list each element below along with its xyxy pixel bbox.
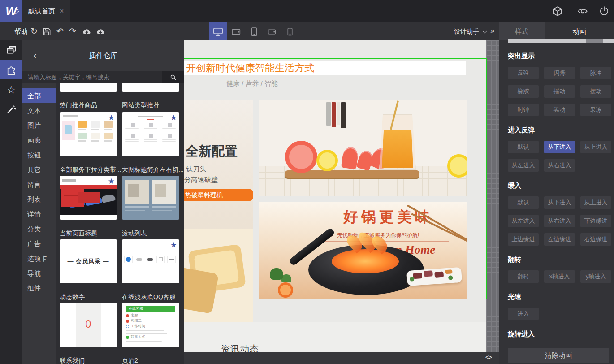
rail-favorites-icon[interactable]: ☆ — [0, 80, 22, 100]
animation-option-button[interactable]: 右边缘进 — [580, 233, 611, 246]
preview-eye-icon[interactable] — [577, 6, 588, 17]
animation-option-button[interactable]: 果冻 — [580, 104, 611, 116]
category-item[interactable]: 选项卡 — [22, 251, 56, 266]
redo-icon[interactable]: ↷ — [67, 22, 78, 40]
panel-horizontal-scrollbar[interactable] — [508, 39, 614, 43]
star-badge-icon[interactable]: ★ — [170, 240, 177, 250]
tab-title: 默认首页 — [28, 7, 55, 16]
juice-photo[interactable] — [259, 100, 467, 196]
category-item[interactable]: 广告 — [22, 236, 56, 251]
animation-option-button[interactable]: 脉冲 — [580, 67, 611, 79]
animation-option-button[interactable]: 进入 — [508, 308, 539, 320]
plugin-card-partial[interactable] — [60, 83, 117, 92]
device-phone-portrait-icon[interactable] — [281, 22, 298, 40]
category-item[interactable]: 详情 — [22, 207, 56, 221]
animation-option-button[interactable]: 反弹 — [508, 67, 539, 79]
category-item[interactable]: 其它 — [22, 162, 56, 177]
plugin-item-label: 联系我们 — [60, 357, 120, 364]
rail-magic-wand-icon[interactable] — [0, 99, 22, 119]
components-cube-icon[interactable] — [552, 6, 563, 17]
animation-button-group: 进入 — [508, 308, 613, 320]
animation-option-button[interactable]: 从右进入 — [544, 159, 575, 172]
plugin-card-partial[interactable] — [122, 83, 179, 92]
animation-option-button[interactable]: 从下进入 — [544, 141, 575, 153]
animation-option-button[interactable]: y轴进入 — [580, 270, 611, 283]
animation-option-button[interactable]: 闪烁 — [544, 67, 575, 79]
category-item[interactable]: 分类 — [22, 221, 56, 236]
device-tablet-portrait-icon[interactable] — [245, 22, 263, 40]
animation-option-button[interactable]: 摆动 — [580, 85, 611, 98]
animation-option-button[interactable]: 摇动 — [544, 85, 575, 98]
animation-option-button[interactable]: 从右进入 — [544, 215, 575, 227]
tab-animation[interactable]: 动画 — [545, 22, 614, 40]
animation-option-button[interactable]: 从左进入 — [508, 215, 539, 227]
category-item[interactable]: 文本 — [22, 103, 56, 118]
category-item[interactable]: 列表 — [22, 192, 56, 207]
power-exit-icon[interactable] — [599, 6, 610, 17]
cloud-upload-icon[interactable] — [82, 27, 91, 36]
clear-animation-button[interactable]: 清除动画 — [508, 348, 609, 363]
animation-option-button[interactable]: 从左进入 — [508, 159, 539, 172]
animation-option-button[interactable]: 橡胶 — [508, 85, 539, 98]
design-assistant-dropdown[interactable]: 设计助手 — [454, 22, 485, 40]
save-icon[interactable] — [42, 27, 52, 36]
category-item[interactable]: 全部 — [22, 88, 56, 103]
rail-plugins-icon[interactable] — [0, 60, 22, 79]
star-badge-icon[interactable]: ★ — [170, 113, 177, 122]
animation-option-button[interactable]: 下边缘进 — [580, 215, 611, 227]
animation-option-button[interactable]: 翻转 — [508, 270, 539, 283]
animation-option-button[interactable]: 从下进入 — [544, 196, 575, 209]
search-button[interactable] — [162, 71, 184, 83]
animation-option-button[interactable]: x轴进入 — [544, 270, 575, 283]
code-view-icon[interactable]: <> — [485, 354, 492, 361]
animation-option-button[interactable]: 晃动 — [544, 104, 575, 116]
animation-option-button[interactable]: 从上进入 — [580, 196, 611, 209]
tab-close-icon[interactable]: × — [60, 7, 64, 15]
device-tablet-landscape-icon[interactable] — [227, 22, 245, 40]
help-menu[interactable]: 帮助 — [14, 22, 28, 40]
animation-option-button[interactable]: 默认 — [508, 196, 539, 209]
counter-value: 0 — [60, 318, 117, 330]
animation-panel: 突出显示 反弹 闪烁 脉冲 橡胶 摇动 摆动 时钟 晃动 — [499, 40, 614, 364]
category-item[interactable]: 图片 — [22, 118, 56, 133]
plugin-card-qq-service[interactable]: 在线客服 客服一 客服二 工作时间 联系方式 — [122, 303, 179, 347]
star-badge-icon[interactable]: ★ — [108, 177, 115, 186]
blender-ad-image[interactable]: 全新配置 钛刀头 分高速破壁 热破壁料理机 — [184, 100, 253, 322]
cloud-download-icon[interactable] — [96, 27, 105, 36]
device-desktop-icon[interactable] — [209, 22, 227, 40]
tagline-text[interactable]: 健康 / 营养 / 智能 — [226, 79, 278, 88]
category-item[interactable]: 留言 — [22, 177, 56, 192]
section-title: 突出显示 — [508, 52, 609, 61]
category-item[interactable]: 组件 — [22, 281, 56, 295]
plugin-card-hot-products[interactable]: ★ — [60, 112, 117, 156]
scrollbar-thumb[interactable] — [586, 39, 603, 43]
wok-banner-image[interactable]: 好锅更美味 无忧购物，至诚服务为你保驾护航! Warm Home — [259, 202, 467, 299]
refresh-icon[interactable]: ↻ — [29, 22, 39, 40]
category-item[interactable]: 导航 — [22, 266, 56, 281]
tab-default-home[interactable]: 默认首页 × — [22, 0, 70, 22]
plugin-card-page-title[interactable]: — 会员风采 — — [60, 239, 117, 283]
animation-option-button[interactable]: 时钟 — [508, 104, 539, 116]
plugin-card-scrolling-list[interactable]: ★ — [122, 239, 179, 283]
category-item[interactable]: 画廊 — [22, 133, 56, 147]
tab-style[interactable]: 样式 — [499, 22, 545, 40]
plugin-card-image-slider[interactable] — [122, 176, 179, 220]
plugin-card-dropdown-menu[interactable]: ★ — [60, 176, 117, 220]
star-badge-icon[interactable]: ★ — [108, 113, 115, 122]
plugin-card-dynamic-number[interactable]: 0 — [60, 303, 117, 347]
animation-option-button[interactable]: 从上进入 — [580, 141, 611, 153]
category-item[interactable]: 按钮 — [22, 147, 56, 162]
collapse-panel-icon[interactable]: » — [490, 22, 494, 40]
animation-option-button[interactable]: 默认 — [508, 141, 539, 153]
plugin-search-input[interactable] — [22, 71, 162, 83]
plugin-card-site-types[interactable]: ★ — [122, 112, 179, 156]
design-canvas[interactable]: 资讯动态 全新配置 钛刀头 分高速破壁 热破壁料理机 — [184, 40, 499, 364]
rail-pages-icon[interactable] — [0, 40, 22, 60]
animation-option-button[interactable]: 左边缘进 — [544, 233, 575, 246]
device-phone-landscape-icon[interactable] — [263, 22, 281, 40]
animation-option-button[interactable]: 上边缘进 — [508, 233, 539, 246]
headline-text-element[interactable]: 开创新时代健康智能生活方式 — [184, 61, 466, 75]
app-window: W 默认首页 × 帮助 ↻ ↶ ↷ — [0, 0, 614, 364]
undo-icon[interactable]: ↶ — [55, 22, 65, 40]
app-logo[interactable]: W — [0, 0, 22, 22]
